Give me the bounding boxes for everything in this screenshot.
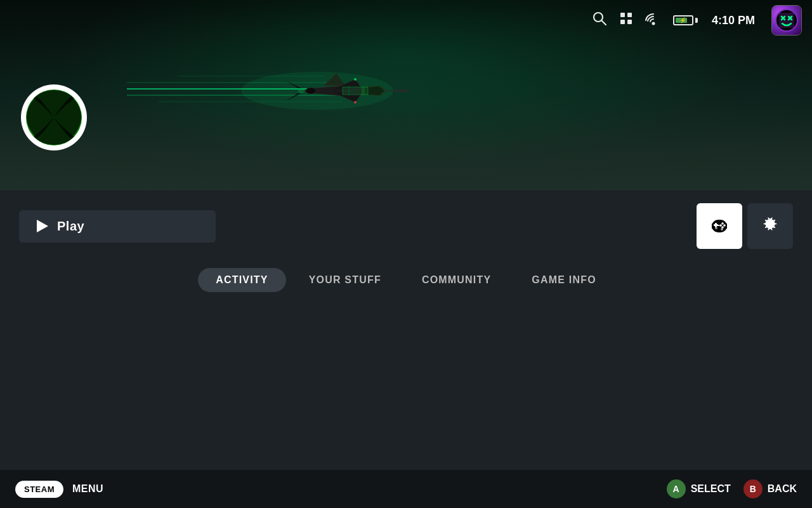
- svg-point-30: [721, 222, 724, 225]
- svg-point-37: [721, 228, 723, 231]
- tab-community[interactable]: COMMUNITY: [404, 268, 509, 292]
- settings-button[interactable]: [747, 203, 793, 249]
- svg-line-14: [601, 21, 606, 25]
- svg-point-19: [652, 22, 655, 25]
- action-bar: Play: [0, 190, 812, 262]
- a-button-icon: A: [667, 479, 686, 498]
- svg-rect-18: [627, 20, 632, 24]
- top-bar: ⚡ 4:10 PM: [0, 0, 812, 41]
- play-label: Play: [57, 219, 84, 234]
- tab-activity[interactable]: ACTIVITY: [198, 268, 286, 292]
- svg-rect-15: [620, 13, 625, 17]
- select-hint: A SELECT: [667, 479, 731, 498]
- avatar[interactable]: [771, 5, 802, 36]
- bottom-right: A SELECT B BACK: [667, 479, 797, 498]
- content-section: Play: [0, 190, 812, 470]
- search-icon[interactable]: [592, 11, 607, 30]
- battery-icon: ⚡: [673, 15, 698, 25]
- select-label: SELECT: [691, 483, 731, 495]
- jet-image: [127, 35, 482, 149]
- svg-rect-29: [715, 223, 717, 227]
- svg-rect-34: [717, 225, 719, 226]
- time-display: 4:10 PM: [712, 14, 755, 27]
- bottom-left: STEAM MENU: [15, 481, 103, 498]
- b-button-icon: B: [743, 479, 763, 498]
- xbox-logo: [19, 83, 89, 152]
- svg-point-9: [306, 88, 316, 94]
- action-buttons-right: [697, 203, 793, 249]
- avatar-image: [772, 6, 801, 35]
- svg-rect-16: [627, 13, 632, 17]
- svg-point-10: [298, 88, 305, 93]
- steam-badge: STEAM: [15, 481, 63, 498]
- svg-rect-35: [720, 225, 722, 226]
- svg-point-11: [354, 78, 357, 81]
- tabs-container: ACTIVITY YOUR STUFF COMMUNITY GAME INFO: [0, 262, 812, 305]
- svg-point-12: [354, 101, 357, 104]
- svg-point-36: [715, 227, 717, 229]
- grid-icon[interactable]: [619, 11, 634, 30]
- play-button[interactable]: Play: [19, 210, 216, 243]
- back-label: BACK: [768, 483, 797, 495]
- tab-your-stuff[interactable]: YOUR STUFF: [291, 268, 399, 292]
- controller-button[interactable]: [697, 203, 742, 249]
- svg-point-31: [723, 224, 726, 227]
- menu-label: MENU: [72, 483, 103, 495]
- play-icon: [37, 220, 48, 232]
- tab-game-info[interactable]: GAME INFO: [514, 268, 613, 292]
- svg-rect-17: [620, 20, 625, 24]
- bottom-bar: STEAM MENU A SELECT B BACK: [0, 470, 812, 508]
- back-hint: B BACK: [743, 479, 797, 498]
- cast-icon[interactable]: [645, 11, 662, 29]
- battery-bolt: ⚡: [679, 17, 686, 23]
